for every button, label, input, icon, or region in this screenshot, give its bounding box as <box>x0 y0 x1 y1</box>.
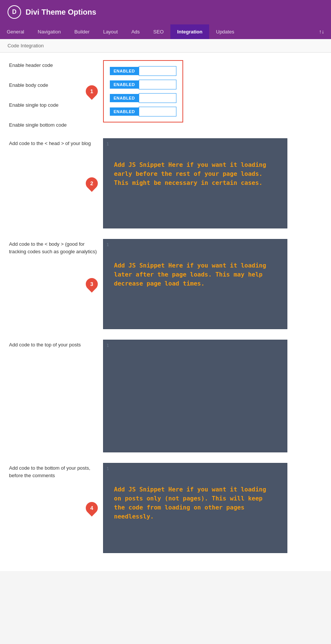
toggle-row-single-top: ENABLED <box>110 93 176 103</box>
badge-4: 4 <box>83 499 100 516</box>
code-field-top-posts-row: Add code to the top of your posts 1 <box>9 340 322 452</box>
label-top-posts-code: Add code to the top of your posts <box>9 340 103 349</box>
nav-arrows[interactable]: ↑↓ <box>312 24 331 39</box>
code-editor-head[interactable]: 1 Add JS Snippet Here if you want it loa… <box>103 138 287 228</box>
tab-integration[interactable]: Integration <box>170 24 209 39</box>
breadcrumb-text: Code Integration <box>8 43 44 48</box>
toggle-box-container: 1 ENABLED ENABLED ENABLED <box>103 60 183 122</box>
toggle-row-header: ENABLED <box>110 66 176 76</box>
badge-2-wrap: 2 <box>86 177 98 189</box>
badge-3-wrap: 3 <box>86 278 98 290</box>
line-num-head: 1 <box>106 142 109 147</box>
toggle-input-body[interactable] <box>139 80 176 89</box>
code-editor-top-posts[interactable]: 1 <box>103 340 287 452</box>
code-field-bottom-posts-row: Add code to the bottom of your posts, be… <box>9 463 322 553</box>
line-num-body: 1 <box>106 242 109 247</box>
main-content: Enable header code Enable body code Enab… <box>0 53 331 571</box>
code-field-head-wrap: 2 1 Add JS Snippet Here if you want it l… <box>103 138 287 228</box>
badge-3-label: 3 <box>90 281 93 287</box>
enabled-btn-body[interactable]: ENABLED <box>110 80 139 89</box>
badge-2-label: 2 <box>90 180 93 186</box>
toggle-input-single-bottom[interactable] <box>139 107 176 116</box>
toggle-row-single-bottom: ENABLED <box>110 107 176 116</box>
code-editor-bottom-posts[interactable]: 1 Add JS Snippet Here if you want it loa… <box>103 463 287 553</box>
toggle-section-wrapper: Enable header code Enable body code Enab… <box>9 60 322 128</box>
label-bottom-posts-code: Add code to the bottom of your posts, be… <box>9 463 103 479</box>
logo-letter: D <box>12 9 17 15</box>
enabled-btn-single-bottom[interactable]: ENABLED <box>110 107 139 116</box>
label-body-code: Add code to the < body > (good for track… <box>9 239 103 255</box>
toggle-row-body: ENABLED <box>110 80 176 89</box>
code-editor-body[interactable]: 1 Add JS Snippet Here if you want it loa… <box>103 239 287 329</box>
tab-builder[interactable]: Builder <box>68 24 96 39</box>
badge-3: 3 <box>83 275 100 292</box>
placeholder-head: Add JS Snippet Here if you want it loadi… <box>106 142 284 195</box>
tab-layout[interactable]: Layout <box>96 24 125 39</box>
badge-1-label: 1 <box>90 88 93 94</box>
label-enable-header: Enable header code <box>9 60 103 68</box>
badge-4-label: 4 <box>90 505 93 511</box>
label-enable-single-bottom: Enable single bottom code <box>9 122 103 128</box>
nav-bar: General Navigation Builder Layout Ads SE… <box>0 24 331 39</box>
placeholder-body: Add JS Snippet Here if you want it loadi… <box>106 242 284 296</box>
badge-4-wrap: 4 <box>86 502 98 514</box>
label-head-code: Add code to the < head > of your blog <box>9 138 103 147</box>
enabled-btn-single-top[interactable]: ENABLED <box>110 94 139 102</box>
line-num-bottom-posts: 1 <box>106 466 109 471</box>
badge-2: 2 <box>83 175 100 192</box>
app-title: Divi Theme Options <box>26 8 96 17</box>
toggle-input-single-top[interactable] <box>139 93 176 103</box>
code-field-bottom-posts-wrap: 4 1 Add JS Snippet Here if you want it l… <box>103 463 287 553</box>
placeholder-bottom-posts: Add JS Snippet Here if you want it loadi… <box>106 466 284 529</box>
code-field-top-posts-wrap: 1 <box>103 340 287 452</box>
tab-general[interactable]: General <box>0 24 31 39</box>
app-logo: D <box>8 5 21 19</box>
badge-1-wrap: 1 <box>86 85 98 97</box>
code-field-body-row: Add code to the < body > (good for track… <box>9 239 322 329</box>
toggle-box: ENABLED ENABLED ENABLED ENABLED <box>103 60 183 122</box>
tab-seo[interactable]: SEO <box>147 24 170 39</box>
tab-navigation[interactable]: Navigation <box>31 24 67 39</box>
badge-1: 1 <box>83 83 100 100</box>
toggle-input-header[interactable] <box>139 66 176 76</box>
line-num-top-posts: 1 <box>106 343 109 348</box>
label-enable-single-top: Enable single top code <box>9 102 103 108</box>
enabled-btn-header[interactable]: ENABLED <box>110 67 139 75</box>
breadcrumb: Code Integration <box>0 39 331 53</box>
tab-ads[interactable]: Ads <box>125 24 146 39</box>
code-field-head-row: Add code to the < head > of your blog 2 … <box>9 138 322 228</box>
code-field-body-wrap: 3 1 Add JS Snippet Here if you want it l… <box>103 239 287 329</box>
tab-updates[interactable]: Updates <box>209 24 241 39</box>
app-header: D Divi Theme Options <box>0 0 331 24</box>
